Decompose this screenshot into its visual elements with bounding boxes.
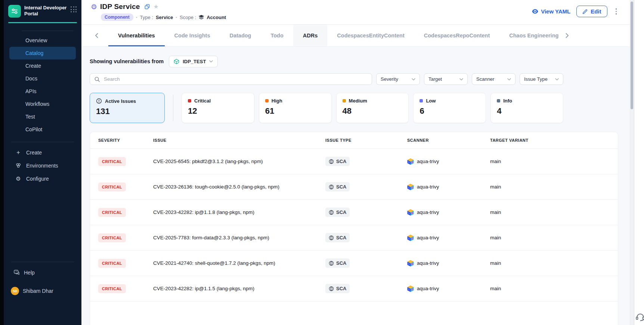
sidebar-environments-button[interactable]: Environments	[11, 159, 74, 172]
copy-icon[interactable]	[145, 4, 150, 9]
severity-badge: CRITICAL	[98, 284, 126, 293]
sidebar-nav-item[interactable]: APIs	[9, 85, 76, 98]
sidebar-nav-item[interactable]: Catalog	[9, 47, 76, 59]
tab[interactable]: Todo	[261, 25, 293, 46]
star-favorite-icon[interactable]: ★	[153, 4, 158, 10]
sidebar-nav-item[interactable]: Test	[9, 110, 76, 123]
column-header-target-variant: TARGET VARIANT	[490, 138, 618, 142]
target-variant: main	[490, 286, 618, 291]
tabs-bar: Vulnerabilities Code Insights Datadog To…	[81, 25, 634, 47]
target-scope-select[interactable]: IDP_TEST	[169, 56, 218, 67]
scrollbar-thumb[interactable]	[631, 1, 633, 109]
column-header-scanner: SCANNER	[407, 138, 490, 142]
sidebar-footer: ? Help SD Shibam Dhar	[4, 262, 81, 297]
sidebar-nav-item[interactable]: Docs	[9, 72, 76, 85]
help-chat-icon: ?	[12, 269, 21, 276]
severity-dot-icon	[188, 99, 191, 102]
scanner-name: aqua-trivy	[417, 260, 439, 266]
scanner-name: aqua-trivy	[417, 235, 439, 240]
issue-text: CVE-2023-42282: ip@1.1.5 (lang-pkgs, npm…	[153, 286, 325, 291]
table-row[interactable]: CRITICAL CVE-2021-42740: shell-quote@1.7…	[90, 251, 618, 276]
stat-value: 6	[419, 106, 480, 116]
table-row[interactable]: CRITICAL CVE-2023-42282: ip@1.1.5 (lang-…	[90, 276, 618, 301]
severity-cards: Critical 12 High 61 Medium	[182, 93, 563, 123]
target-variant: main	[490, 235, 618, 240]
filter-select[interactable]: Severity	[376, 73, 420, 85]
scrollbar-track	[630, 0, 634, 325]
trivy-scanner-icon	[407, 285, 414, 292]
edit-button[interactable]: Edit	[576, 6, 607, 17]
tab[interactable]: Vulnerabilities	[108, 25, 165, 46]
gear-icon: ⚙	[14, 175, 23, 182]
app-switcher-icon[interactable]	[71, 6, 77, 13]
filter-select[interactable]: Target	[424, 73, 468, 85]
severity-dot-icon	[497, 99, 500, 102]
issue-type-badge: SCA	[325, 157, 350, 166]
tabs-scroll-left-icon[interactable]	[95, 25, 98, 46]
stat-label: Active Issues	[105, 98, 136, 104]
severity-stat-card[interactable]: Medium 48	[336, 93, 409, 123]
issue-type-badge: SCA	[325, 258, 350, 268]
target-variant: main	[490, 260, 618, 266]
support-headset-icon[interactable]	[635, 311, 644, 322]
sidebar-logo-row: Internal Developer Portal	[4, 0, 81, 18]
tab[interactable]: CodespacesRepoContent	[414, 25, 499, 46]
filter-select[interactable]: Issue Type	[520, 73, 563, 85]
active-issues-icon	[96, 98, 102, 104]
stat-value: 131	[96, 107, 158, 116]
tab[interactable]: ADRs	[293, 25, 327, 46]
sidebar-nav-item[interactable]: Overview	[9, 34, 76, 47]
tab[interactable]: Chaos Engineering	[499, 25, 565, 46]
severity-stat-card[interactable]: High 61	[259, 93, 332, 123]
tabs-scroll-right-icon[interactable]	[566, 25, 569, 46]
chevron-down-icon	[412, 78, 415, 80]
sca-icon	[329, 235, 334, 240]
sidebar-nav-item[interactable]: Workflows	[9, 98, 76, 110]
sidebar-nav-item[interactable]: Create	[9, 59, 76, 72]
table-row[interactable]: CRITICAL CVE-2025-7783: form-data@2.3.3 …	[90, 225, 618, 251]
more-options-icon[interactable]	[613, 7, 619, 16]
issue-type-badge: SCA	[325, 208, 350, 217]
service-gear-icon: ⚙	[91, 3, 97, 10]
scanner-name: aqua-trivy	[417, 209, 439, 215]
sca-icon	[329, 261, 334, 266]
sca-icon	[329, 159, 334, 164]
severity-stat-card[interactable]: Low 6	[413, 93, 486, 123]
trivy-scanner-icon	[407, 158, 414, 165]
severity-stat-card[interactable]: Info 4	[490, 93, 563, 123]
app-logo-icon[interactable]	[8, 5, 21, 18]
tabs-list: Vulnerabilities Code Insights Datadog To…	[108, 25, 565, 46]
stat-value: 4	[497, 106, 557, 116]
table-row[interactable]: CRITICAL CVE-2023-42282: ip@1.1.8 (lang-…	[90, 200, 618, 225]
issue-type-badge: SCA	[325, 233, 350, 242]
sidebar-configure-button[interactable]: ⚙ Configure	[11, 172, 74, 185]
page-title: IDP Service	[100, 3, 140, 11]
stat-label: Medium	[349, 98, 367, 104]
user-menu[interactable]: SD Shibam Dhar	[4, 284, 81, 297]
scanner-name: aqua-trivy	[417, 159, 439, 164]
type-value: Service	[156, 15, 173, 20]
view-yaml-button[interactable]: View YAML	[532, 8, 570, 15]
severity-badge: CRITICAL	[98, 233, 126, 242]
vulnerabilities-table: SEVERITY ISSUE ISSUE TYPE SCANNER TARGET…	[90, 132, 618, 325]
tab[interactable]: CodespacesEntityContent	[327, 25, 414, 46]
scanner-name: aqua-trivy	[417, 184, 439, 190]
environments-icon	[14, 163, 23, 169]
table-row[interactable]: CRITICAL CVE-2025-6545: pbkdf2@3.1.2 (la…	[90, 149, 618, 174]
search-input[interactable]	[103, 76, 367, 82]
stat-label: Critical	[194, 98, 211, 104]
active-issues-card[interactable]: Active Issues 131	[90, 93, 165, 123]
tab[interactable]: Code Insights	[165, 25, 220, 46]
sidebar-divider	[22, 31, 73, 31]
filter-select[interactable]: Scanner	[472, 73, 515, 85]
table-row[interactable]: CRITICAL CVE-2023-26136: tough-cookie@2.…	[90, 174, 618, 200]
page-header: ⚙ IDP Service ★ Component • Type : Servi…	[81, 0, 634, 25]
tab[interactable]: Datadog	[220, 25, 261, 46]
sidebar-create-button[interactable]: + Create	[11, 146, 74, 159]
target-variant: main	[490, 184, 618, 190]
cube-icon	[174, 59, 179, 64]
severity-stat-card[interactable]: Critical 12	[182, 93, 254, 123]
help-button[interactable]: ? Help	[4, 266, 81, 279]
sidebar-nav-item[interactable]: CoPilot	[9, 123, 76, 136]
avatar: SD	[11, 287, 19, 295]
